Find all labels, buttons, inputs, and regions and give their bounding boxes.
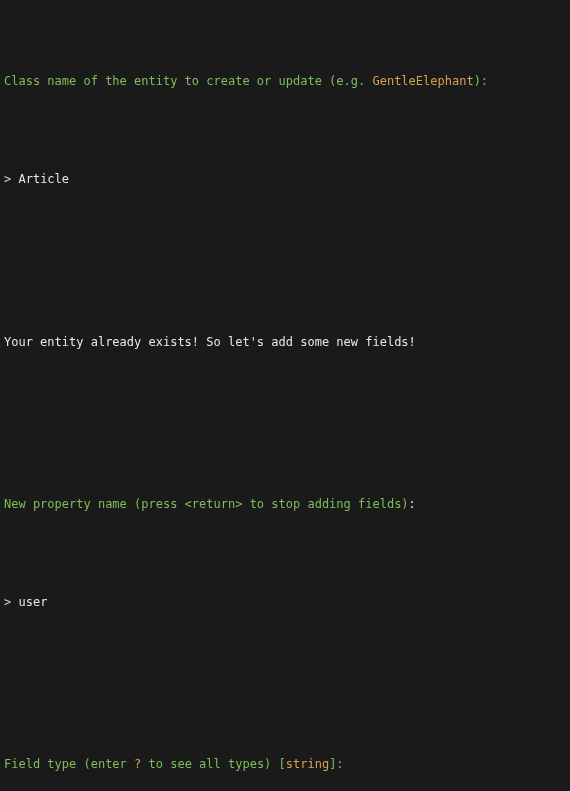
msg-entity-exists: Your entity already exists! So let's add… <box>4 334 566 351</box>
terminal-output: Class name of the entity to create or up… <box>0 0 570 791</box>
prompt-field-type: Field type (enter ? to see all types) [s… <box>4 756 566 773</box>
prompt-new-property: New property name (press <return> to sto… <box>4 496 566 513</box>
input-class-name: > Article <box>4 171 566 188</box>
input-new-property: > user <box>4 594 566 611</box>
prompt-class-name: Class name of the entity to create or up… <box>4 73 566 90</box>
